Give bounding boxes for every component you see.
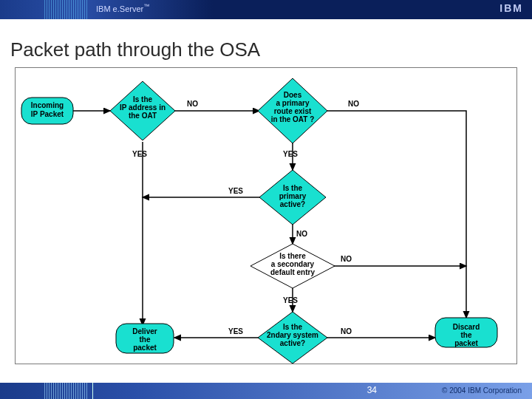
label-no: NO xyxy=(296,230,307,238)
svg-text:Is the: Is the xyxy=(133,95,153,103)
label-yes: YES xyxy=(283,150,298,158)
svg-text:a secondary: a secondary xyxy=(271,260,315,268)
svg-text:Is the: Is the xyxy=(283,323,303,331)
footer-stripes-decoration xyxy=(44,383,89,399)
node-ip-in-oat: Is the IP address in the OAT xyxy=(110,81,175,140)
flowchart-svg: NO NO YES YES YES NO NO YES YES NO Incom… xyxy=(16,68,517,364)
ibm-logo: IBM xyxy=(499,2,523,14)
edge-labels: NO NO YES YES YES NO NO YES YES NO xyxy=(132,100,359,335)
label-no: NO xyxy=(341,327,352,335)
svg-text:packet: packet xyxy=(133,344,157,352)
svg-text:active?: active? xyxy=(280,339,305,347)
node-primary-active: Is the primary active? xyxy=(259,170,326,225)
flowchart-frame: NO NO YES YES YES NO NO YES YES NO Incom… xyxy=(15,67,517,364)
page-number: 34 xyxy=(367,385,377,395)
header-brand: IBM e.Server™ xyxy=(96,3,149,13)
label-no: NO xyxy=(187,100,198,108)
svg-text:2ndary system: 2ndary system xyxy=(267,331,318,339)
svg-text:packet: packet xyxy=(454,339,478,347)
svg-text:the: the xyxy=(461,331,472,339)
label-yes: YES xyxy=(283,296,298,304)
label-yes: YES xyxy=(228,327,243,335)
label-yes: YES xyxy=(228,187,243,195)
svg-text:default entry: default entry xyxy=(270,268,315,276)
slide-footer: 34 © 2004 IBM Corporation xyxy=(0,383,532,399)
svg-text:Is there: Is there xyxy=(279,252,306,260)
node-secondary-active: Is the 2ndary system active? xyxy=(258,312,327,364)
node-primary-route: Does a primary route exist in the OAT ? xyxy=(258,78,327,143)
slide-title: Packet path through the OSA xyxy=(10,38,532,61)
node-deliver: Deliver the packet xyxy=(116,324,174,353)
svg-text:a primary: a primary xyxy=(276,99,309,107)
svg-text:the: the xyxy=(140,335,151,344)
node-incoming: Incoming IP Packet xyxy=(21,98,73,124)
svg-text:Is the: Is the xyxy=(283,184,303,192)
label-yes: YES xyxy=(132,150,147,158)
copyright-text: © 2004 IBM Corporation xyxy=(442,386,522,395)
svg-text:active?: active? xyxy=(280,200,305,208)
footer-divider xyxy=(92,383,93,399)
svg-text:IP Packet: IP Packet xyxy=(31,110,64,118)
node-secondary-entry: Is there a secondary default entry xyxy=(250,244,335,288)
header-stripes-decoration xyxy=(44,0,89,19)
svg-text:in the OAT ?: in the OAT ? xyxy=(271,115,315,123)
brand-tm: ™ xyxy=(143,3,149,10)
brand-main: Server xyxy=(120,4,143,13)
slide-header: IBM e.Server™ IBM xyxy=(0,0,532,19)
svg-text:Incoming: Incoming xyxy=(31,101,64,109)
label-no: NO xyxy=(341,255,352,263)
svg-text:primary: primary xyxy=(279,192,307,200)
svg-text:Does: Does xyxy=(284,91,302,99)
brand-prefix: IBM e. xyxy=(96,4,120,13)
svg-text:route exist: route exist xyxy=(274,107,312,115)
label-no: NO xyxy=(348,100,359,108)
svg-text:the OAT: the OAT xyxy=(129,112,157,120)
svg-text:Discard: Discard xyxy=(453,323,480,331)
svg-text:IP address in: IP address in xyxy=(120,103,166,112)
svg-text:Deliver: Deliver xyxy=(132,327,157,335)
node-discard: Discard the packet xyxy=(435,318,497,347)
